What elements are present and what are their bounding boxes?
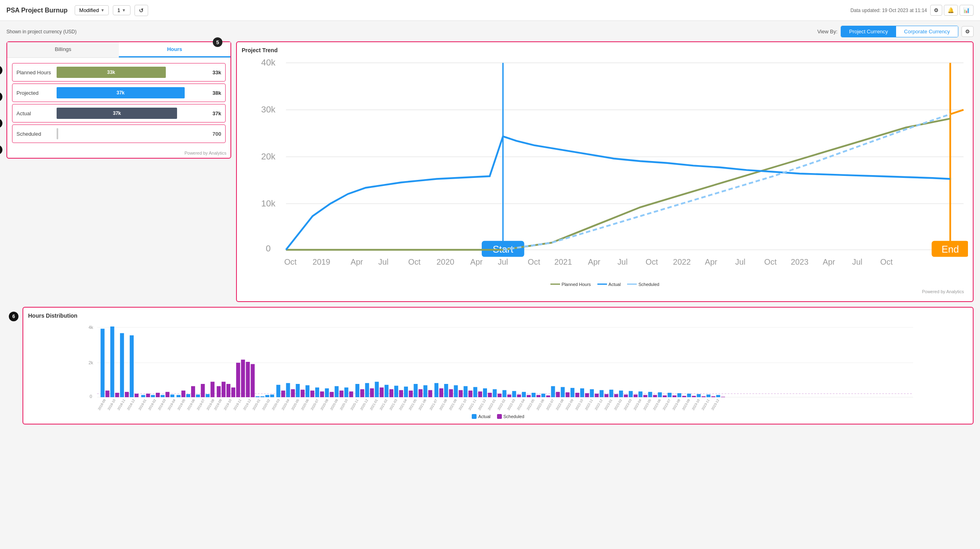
svg-text:2020-11: 2020-11: [350, 398, 359, 410]
svg-rect-103: [385, 385, 389, 397]
svg-text:2022: 2022: [673, 257, 691, 266]
svg-rect-114: [439, 388, 443, 397]
svg-text:2021-05: 2021-05: [408, 398, 418, 410]
modified-dropdown[interactable]: Modified ▼: [75, 5, 109, 15]
notification-icon-button[interactable]: 🔔: [944, 5, 958, 16]
svg-rect-76: [251, 364, 255, 397]
settings-icon-button[interactable]: ⚙: [930, 5, 942, 16]
svg-rect-106: [399, 390, 403, 397]
tab-corporate-currency[interactable]: Corporate Currency: [896, 26, 958, 37]
svg-text:2023: 2023: [791, 257, 809, 266]
chart-icon-button[interactable]: 📊: [960, 5, 974, 16]
filter-dropdown[interactable]: 1 ▼: [113, 5, 130, 15]
legend-line-actual: [597, 284, 607, 285]
svg-text:Oct: Oct: [528, 257, 540, 266]
powered-by-trend: Powered by Analytics: [242, 287, 968, 296]
legend-actual-bar: Actual: [472, 414, 491, 419]
svg-text:2020-12: 2020-12: [360, 398, 369, 410]
svg-rect-214: [614, 394, 618, 397]
svg-rect-205: [570, 388, 575, 397]
svg-rect-60: [170, 394, 174, 397]
svg-rect-127: [503, 390, 507, 397]
svg-rect-131: [522, 392, 526, 397]
svg-rect-212: [605, 394, 609, 397]
svg-rect-75: [246, 362, 250, 397]
svg-text:Oct: Oct: [284, 257, 297, 266]
metric-label-projected: Projected: [16, 90, 57, 96]
left-badges: 1 2 3 4: [0, 65, 2, 155]
header-right: Data updated: 19 Oct 2023 at 11:14 ⚙ 🔔 📊: [850, 5, 974, 16]
svg-text:2020-04: 2020-04: [281, 398, 290, 410]
svg-rect-69: [217, 386, 221, 397]
svg-text:2019-05: 2019-05: [177, 398, 186, 410]
svg-rect-136: [546, 395, 550, 397]
header-icon-buttons: ⚙ 🔔 📊: [930, 5, 974, 16]
svg-rect-123: [483, 388, 487, 397]
svg-text:2021-11: 2021-11: [468, 398, 477, 410]
svg-text:2023-11: 2023-11: [701, 398, 710, 410]
view-by-label: View By:: [817, 29, 837, 35]
project-trend-panel: Project Trend 40k 30k 20k 10k 0: [236, 41, 974, 302]
tab-billings[interactable]: Billings: [7, 42, 119, 57]
svg-text:2022-02: 2022-02: [497, 398, 506, 410]
svg-rect-67: [206, 394, 210, 397]
svg-rect-84: [291, 389, 295, 397]
svg-text:2021-10: 2021-10: [458, 398, 467, 410]
svg-rect-120: [469, 390, 473, 397]
svg-rect-93: [335, 386, 339, 397]
metric-label-actual: Actual: [16, 110, 57, 116]
svg-text:2020-07: 2020-07: [310, 398, 320, 410]
svg-text:2022-08: 2022-08: [555, 398, 564, 410]
bar-scheduled-thin: [57, 128, 58, 139]
svg-rect-108: [409, 390, 413, 397]
svg-text:2021-01: 2021-01: [369, 398, 379, 410]
view-settings-button[interactable]: ⚙: [962, 26, 974, 37]
svg-rect-216: [624, 394, 628, 397]
legend-scheduled: Scheduled: [627, 282, 659, 287]
svg-rect-209: [590, 389, 594, 397]
svg-rect-115: [444, 384, 448, 397]
header-left: PSA Project Burnup Modified ▼ 1 ▼ ↺: [6, 5, 148, 16]
svg-text:Apr: Apr: [823, 257, 835, 266]
svg-text:2020-10: 2020-10: [339, 398, 348, 410]
svg-rect-53: [134, 394, 139, 397]
legend-scheduled-bar: Scheduled: [497, 414, 524, 419]
svg-rect-90: [320, 391, 324, 397]
svg-rect-51: [125, 392, 129, 397]
page-title: PSA Project Burnup: [6, 7, 67, 14]
svg-text:2023-04: 2023-04: [633, 398, 642, 410]
svg-rect-117: [454, 385, 458, 397]
metric-value-projected: 38k: [205, 90, 221, 96]
svg-text:2022-01: 2022-01: [487, 398, 497, 410]
svg-text:40k: 40k: [261, 57, 276, 67]
svg-text:20k: 20k: [261, 151, 276, 161]
svg-text:2021-09: 2021-09: [448, 398, 458, 410]
svg-text:Apr: Apr: [350, 257, 363, 266]
svg-text:2018-10: 2018-10: [107, 398, 116, 410]
svg-rect-95: [344, 387, 348, 397]
data-updated-label: Data updated: 19 Oct 2023 at 11:14: [850, 8, 927, 13]
svg-rect-78: [261, 396, 265, 397]
metric-projected: Projected 37k 38k: [12, 84, 226, 102]
refresh-button[interactable]: ↺: [134, 5, 148, 16]
svg-rect-57: [156, 393, 160, 397]
metrics-list: Planned Hours 33k 33k Projected 37k 38k: [7, 58, 230, 148]
svg-rect-225: [668, 393, 672, 397]
svg-rect-71: [226, 384, 230, 397]
svg-text:2023-05: 2023-05: [643, 398, 652, 410]
svg-rect-47: [106, 390, 110, 397]
svg-rect-97: [355, 384, 359, 397]
svg-text:2022-07: 2022-07: [546, 398, 555, 410]
svg-rect-81: [276, 385, 280, 397]
metric-value-scheduled: 700: [205, 131, 221, 137]
svg-rect-134: [536, 395, 540, 397]
svg-text:Oct: Oct: [880, 257, 893, 266]
hours-distribution-chart: 4k 2k 0: [28, 322, 968, 410]
svg-text:2021-12: 2021-12: [477, 398, 487, 410]
svg-text:2022-06: 2022-06: [536, 398, 545, 410]
svg-rect-72: [231, 387, 235, 397]
project-trend-chart: 40k 30k 20k 10k 0 Start St: [242, 57, 968, 278]
tab-project-currency[interactable]: Project Currency: [841, 26, 896, 37]
svg-rect-48: [110, 327, 114, 397]
svg-text:Oct: Oct: [764, 257, 777, 266]
